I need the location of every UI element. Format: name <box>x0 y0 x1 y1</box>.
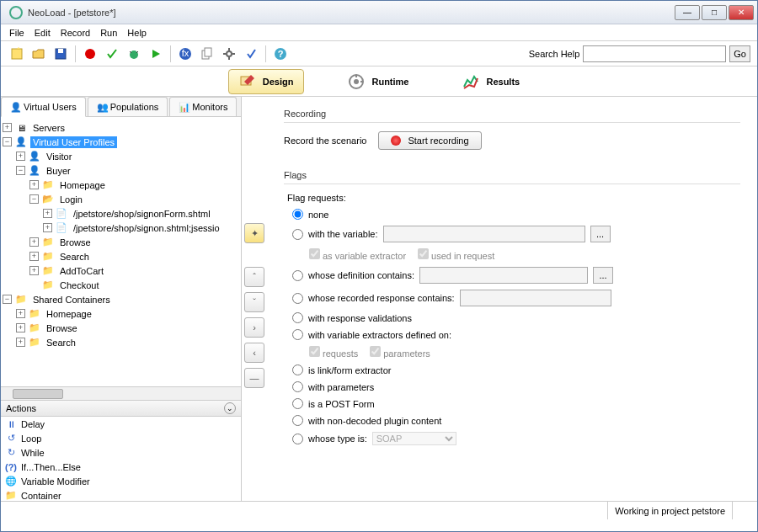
flag-resp-valid: with response validations <box>292 312 740 323</box>
radio-with-variable[interactable] <box>292 229 303 240</box>
close-button[interactable]: ✕ <box>729 5 754 20</box>
def-contains-input[interactable] <box>419 267 588 284</box>
maximize-button[interactable]: □ <box>702 5 727 20</box>
radio-whose-type[interactable] <box>292 434 303 444</box>
mode-bar: Design Runtime Results <box>1 66 757 97</box>
action-loop[interactable]: ↺Loop <box>1 431 241 445</box>
check-var-extractor[interactable] <box>309 248 320 259</box>
minimize-button[interactable]: — <box>675 5 700 20</box>
flags-label: Flag requests: <box>287 193 740 203</box>
actions-list[interactable]: ⏸Delay ↺Loop ↻While (?)If...Then...Else … <box>1 417 241 501</box>
radio-with-params[interactable] <box>292 381 303 392</box>
variable-browse-button[interactable]: ... <box>590 226 611 242</box>
validate-icon[interactable] <box>242 45 260 63</box>
menu-edit[interactable]: Edit <box>29 26 56 40</box>
help-icon[interactable]: ? <box>271 45 290 63</box>
folder-icon: 📁 <box>28 322 41 333</box>
new-icon[interactable] <box>8 45 26 63</box>
svg-rect-10 <box>205 48 211 56</box>
gear-icon[interactable] <box>220 45 238 63</box>
folder-icon: 📁 <box>4 490 18 501</box>
folder-icon: 📁 <box>41 265 55 276</box>
copy-icon[interactable] <box>198 45 216 63</box>
radio-post-form[interactable] <box>292 398 303 409</box>
check-requests[interactable] <box>309 346 320 357</box>
move-down-button[interactable]: ˇ <box>244 292 264 312</box>
radio-link-form[interactable] <box>292 364 303 375</box>
users-icon: 👥 <box>97 102 107 112</box>
variable-subchecks: as variable extractor used in request <box>309 248 740 261</box>
menu-record[interactable]: Record <box>56 26 95 40</box>
svg-point-4 <box>130 51 138 59</box>
app-icon <box>9 6 23 19</box>
runtime-icon <box>348 73 365 90</box>
fx-icon[interactable]: fx <box>176 45 195 63</box>
open-icon[interactable] <box>29 45 48 63</box>
radio-non-decoded[interactable] <box>292 415 303 426</box>
def-browse-button[interactable]: ... <box>593 267 613 284</box>
mode-design[interactable]: Design <box>228 69 305 94</box>
mode-results[interactable]: Results <box>452 70 530 93</box>
toolbar: fx ? Search Help Go <box>1 41 757 66</box>
radio-var-extractors[interactable] <box>292 329 303 340</box>
menu-help[interactable]: Help <box>122 26 152 40</box>
flag-post-form: is a POST Form <box>292 398 740 409</box>
search-go-button[interactable]: Go <box>729 45 750 62</box>
tree-login: −📂Login <box>3 192 239 206</box>
flag-whose-type: whose type is: SOAP <box>292 432 740 445</box>
menu-file[interactable]: File <box>4 26 29 40</box>
add-button[interactable]: ✦ <box>244 223 264 243</box>
user-icon: 👤 <box>28 165 41 176</box>
check-icon[interactable] <box>103 45 121 63</box>
tree-checkout: 📁Checkout <box>3 278 239 292</box>
action-while[interactable]: ↻While <box>1 445 241 460</box>
radio-def-contains[interactable] <box>292 270 303 281</box>
menu-run[interactable]: Run <box>95 26 122 40</box>
page-icon: 📄 <box>55 208 68 219</box>
resp-contains-input[interactable] <box>460 290 611 306</box>
svg-point-3 <box>85 49 95 59</box>
page-icon: 📄 <box>55 222 68 233</box>
flags-group-title: Flags <box>284 167 740 184</box>
tree-h-scrollbar[interactable] <box>1 386 241 400</box>
folder-icon: 📁 <box>41 179 55 190</box>
folder-icon: 📁 <box>14 294 28 305</box>
flag-resp-contains: whose recorded response contains: <box>292 290 740 306</box>
tab-populations[interactable]: 👥Populations <box>88 97 168 116</box>
action-delay[interactable]: ⏸Delay <box>1 417 241 431</box>
remove-button[interactable]: — <box>244 368 264 388</box>
check-parameters[interactable] <box>370 346 381 357</box>
action-varmod[interactable]: 🌐Variable Modifier <box>1 474 241 488</box>
save-icon[interactable] <box>51 45 70 63</box>
loop-icon: ↺ <box>4 433 18 444</box>
action-ifthenelse[interactable]: (?)If...Then...Else <box>1 460 241 474</box>
type-select[interactable]: SOAP <box>372 432 456 445</box>
search-input[interactable] <box>583 45 726 62</box>
move-right-button[interactable]: › <box>244 317 264 338</box>
move-up-button[interactable]: ˆ <box>244 267 264 287</box>
start-recording-button[interactable]: Start recording <box>378 131 481 150</box>
svg-text:?: ? <box>278 49 284 59</box>
tab-virtual-users[interactable]: 👤Virtual Users <box>1 97 86 117</box>
tree-visitor: +👤Visitor <box>3 149 239 163</box>
record-icon[interactable] <box>81 45 99 63</box>
tree-view[interactable]: +🖥Servers −👤Virtual User Profiles +👤Visi… <box>1 117 241 386</box>
bug-icon[interactable] <box>125 45 143 63</box>
tree-servers: +🖥Servers <box>3 120 239 135</box>
action-container[interactable]: 📁Container <box>1 488 241 501</box>
mode-runtime[interactable]: Runtime <box>338 70 419 93</box>
variable-input[interactable] <box>383 226 585 242</box>
radio-resp-valid[interactable] <box>292 312 303 323</box>
tab-monitors[interactable]: 📊Monitors <box>169 97 237 116</box>
user-icon: 👤 <box>10 102 20 112</box>
actions-collapse-icon[interactable]: ⌄ <box>224 402 236 414</box>
play-icon[interactable] <box>147 45 165 63</box>
check-used-in-request[interactable] <box>418 248 429 259</box>
radio-none[interactable] <box>292 209 303 220</box>
svg-point-11 <box>227 51 232 56</box>
actions-header: Actions ⌄ <box>1 400 241 417</box>
tree-addtocart: +📁AddToCart <box>3 263 239 278</box>
move-left-button[interactable]: ‹ <box>244 343 264 363</box>
radio-resp-contains[interactable] <box>292 293 303 304</box>
results-icon <box>462 73 479 90</box>
